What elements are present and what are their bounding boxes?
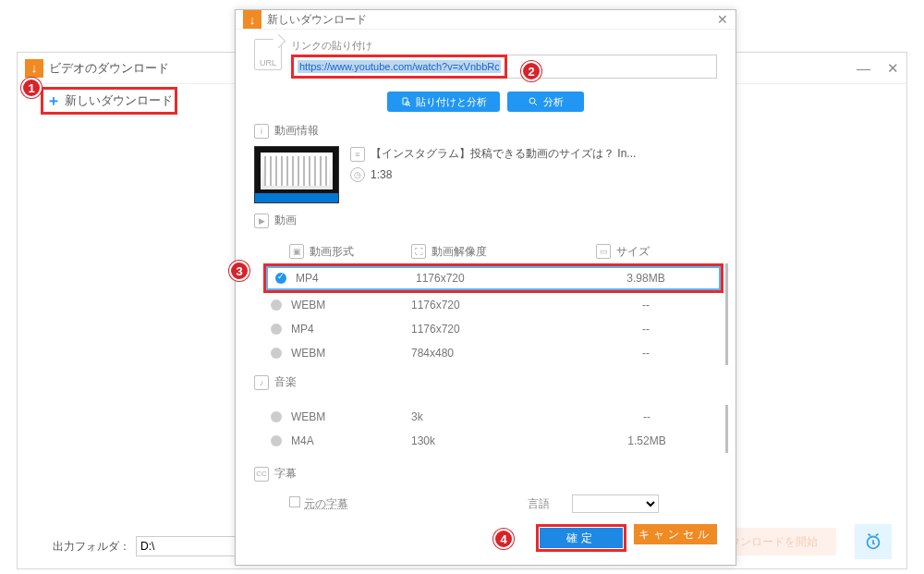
paste-analyze-button[interactable]: 貼り付けと分析 xyxy=(387,92,500,112)
confirm-button[interactable]: 確定 xyxy=(540,528,623,548)
app-logo-icon: ↓ xyxy=(25,59,43,78)
row-radio[interactable] xyxy=(275,273,286,284)
url-input-highlight xyxy=(291,55,507,79)
music-icon: ♪ xyxy=(254,375,269,390)
audio-row[interactable]: M4A 130k 1.52MB xyxy=(263,429,725,453)
url-input[interactable] xyxy=(298,60,501,73)
info-icon: i xyxy=(254,124,269,139)
annotation-badge-1: 1 xyxy=(21,78,42,98)
dialog-close-icon[interactable]: ✕ xyxy=(717,12,728,27)
video-table-header: ▣動画形式 ⛶動画解像度 ▭サイズ xyxy=(263,239,728,263)
selected-row-highlight: MP4 1176x720 3.98MB xyxy=(263,263,723,293)
new-download-highlight: ＋ 新しいダウンロード xyxy=(41,87,177,115)
svg-point-3 xyxy=(529,98,535,104)
url-row: URL リンクの貼り付け xyxy=(254,39,717,79)
video-thumbnail xyxy=(254,146,339,203)
language-select[interactable] xyxy=(572,495,659,513)
clock-icon: ◷ xyxy=(350,167,365,182)
analyze-button[interactable]: 分析 xyxy=(507,92,584,112)
annotation-badge-4: 4 xyxy=(493,529,514,549)
dialog-footer: 確定 キャンセル xyxy=(236,513,736,565)
size-icon: ▭ xyxy=(596,244,611,259)
video-section-heading: ▶ 動画 xyxy=(254,213,717,228)
close-icon[interactable]: ✕ xyxy=(887,60,899,77)
video-row[interactable]: MP4 1176x720 -- xyxy=(263,317,723,341)
output-folder-row: 出力フォルダ： xyxy=(53,536,245,556)
confirm-button-highlight: 確定 xyxy=(536,524,626,552)
plus-icon: ＋ xyxy=(46,93,61,108)
new-download-dialog: ↓ 新しいダウンロード ✕ URL リンクの貼り付け 貼り付けと分析 xyxy=(235,9,736,566)
row-radio[interactable] xyxy=(271,411,282,422)
video-info-heading: i 動画情報 xyxy=(254,123,717,139)
audio-row[interactable]: WEBM 3k -- xyxy=(263,405,725,429)
audio-section-heading: ♪ 音楽 xyxy=(254,374,717,390)
original-subtitle-checkbox[interactable]: 元の字幕 xyxy=(289,496,348,512)
dialog-title: 新しいダウンロード xyxy=(267,12,717,28)
video-info-row: ≡【インスタグラム】投稿できる動画のサイズは？ In... ◷1:38 xyxy=(254,146,717,203)
url-label: リンクの貼り付け xyxy=(291,39,717,53)
row-radio[interactable] xyxy=(271,348,282,359)
scheduler-button[interactable] xyxy=(855,524,892,559)
output-folder-label: 出力フォルダ： xyxy=(53,539,130,555)
row-radio[interactable] xyxy=(271,324,282,335)
cc-icon: CC xyxy=(254,467,269,482)
paste-analyze-label: 貼り付けと分析 xyxy=(416,95,487,109)
svg-rect-1 xyxy=(403,98,407,104)
minimize-icon[interactable]: — xyxy=(857,60,870,77)
annotation-badge-3: 3 xyxy=(229,261,249,281)
format-icon: ▣ xyxy=(289,244,304,259)
video-row[interactable]: WEBM 1176x720 -- xyxy=(263,293,723,317)
url-file-icon: URL xyxy=(254,39,282,70)
video-icon: ▶ xyxy=(254,214,269,228)
new-download-label: 新しいダウンロード xyxy=(65,92,173,109)
language-label: 言語 xyxy=(528,496,550,512)
video-title: 【インスタグラム】投稿できる動画のサイズは？ In... xyxy=(371,146,636,162)
subtitle-section-heading: CC 字幕 xyxy=(254,466,717,482)
doc-icon: ≡ xyxy=(350,147,365,162)
new-download-button[interactable]: ＋ 新しいダウンロード xyxy=(46,92,173,109)
dialog-titlebar: ↓ 新しいダウンロード ✕ xyxy=(236,10,736,30)
cancel-button[interactable]: キャンセル xyxy=(634,524,717,544)
row-radio[interactable] xyxy=(271,299,282,311)
output-folder-input[interactable] xyxy=(136,536,245,556)
row-radio[interactable] xyxy=(271,435,282,446)
resolution-icon: ⛶ xyxy=(411,244,426,259)
analyze-label: 分析 xyxy=(543,95,564,109)
annotation-badge-2: 2 xyxy=(521,61,541,81)
video-row[interactable]: MP4 1176x720 3.98MB xyxy=(266,266,721,290)
app-logo-icon: ↓ xyxy=(243,10,261,29)
video-duration: 1:38 xyxy=(371,168,392,181)
video-row[interactable]: WEBM 784x480 -- xyxy=(263,341,723,365)
